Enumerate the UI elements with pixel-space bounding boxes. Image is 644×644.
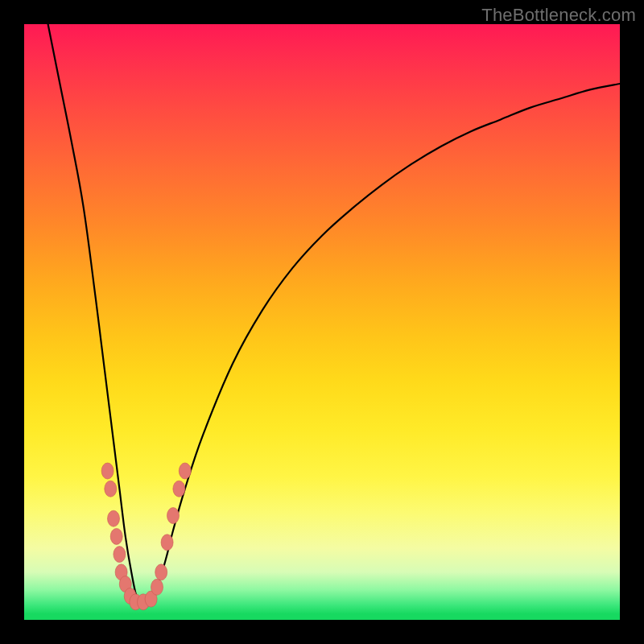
data-marker (110, 528, 122, 544)
data-marker (179, 463, 191, 479)
data-marker (155, 564, 167, 580)
chart-frame: TheBottleneck.com (0, 0, 644, 644)
data-marker (108, 510, 120, 526)
data-marker (151, 579, 163, 595)
bottleneck-curve (48, 24, 620, 602)
data-marker (161, 535, 173, 551)
data-marker (114, 547, 126, 563)
highlighted-points-group (101, 463, 191, 610)
data-marker (105, 481, 117, 497)
chart-svg (24, 24, 620, 620)
plot-area (24, 24, 620, 620)
data-marker (173, 481, 185, 497)
watermark-label: TheBottleneck.com (481, 5, 636, 26)
data-marker (167, 508, 180, 524)
data-marker (101, 463, 114, 479)
